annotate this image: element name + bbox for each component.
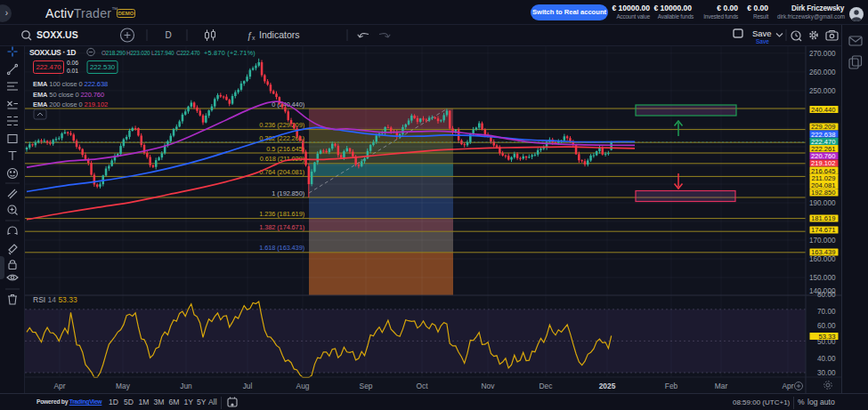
svg-text:L217.940: L217.940 (151, 50, 174, 56)
svg-text:Save: Save (756, 38, 769, 44)
svg-text:+5.870 (+2.71%): +5.870 (+2.71%) (204, 49, 256, 57)
svg-text:H223.020: H223.020 (126, 50, 150, 56)
svg-text:D: D (165, 30, 171, 40)
svg-text:222.530: 222.530 (90, 63, 116, 71)
svg-text:Feb: Feb (665, 382, 678, 390)
svg-text:1.236 (181.619): 1.236 (181.619) (259, 210, 304, 218)
svg-text:EMA 200 close 0 219.102: EMA 200 close 0 219.102 (33, 100, 108, 109)
svg-text:Oct: Oct (416, 382, 428, 390)
svg-text:53.33: 53.33 (818, 333, 835, 341)
svg-text:270.000: 270.000 (809, 50, 836, 58)
svg-text:Dec: Dec (539, 382, 553, 390)
svg-text:70.00: 70.00 (817, 308, 836, 316)
svg-text:Nov: Nov (482, 382, 496, 390)
svg-text:222.470: 222.470 (36, 63, 61, 71)
svg-text:174.671: 174.671 (811, 226, 835, 234)
svg-text:Apr: Apr (53, 382, 65, 390)
svg-text:EMA 50 close 0 220.760: EMA 50 close 0 220.760 (33, 91, 104, 99)
svg-text:0.5 (216.645): 0.5 (216.645) (266, 145, 304, 153)
svg-text:SOXX.US · 1D: SOXX.US · 1D (29, 48, 76, 57)
svg-text:Jun: Jun (180, 382, 192, 390)
svg-text:Indicators: Indicators (259, 29, 300, 40)
svg-text:60.00: 60.00 (817, 322, 836, 330)
svg-text:181.619: 181.619 (811, 214, 835, 222)
svg-text:0.06: 0.06 (67, 60, 78, 66)
svg-text:Apr: Apr (782, 382, 793, 390)
svg-text:0.01: 0.01 (67, 68, 78, 74)
svg-text:Save: Save (752, 28, 772, 38)
svg-text:SOXX.US: SOXX.US (37, 29, 78, 40)
svg-text:EMA 100 close 0 222.638: EMA 100 close 0 222.638 (33, 80, 108, 88)
svg-text:250.000: 250.000 (809, 87, 836, 95)
svg-text:192.850: 192.850 (811, 189, 835, 197)
svg-text:2025: 2025 (599, 382, 616, 390)
svg-text:Aug: Aug (296, 382, 310, 390)
svg-text:Jul: Jul (243, 382, 253, 390)
svg-text:30.00: 30.00 (817, 369, 836, 377)
svg-text:170.000: 170.000 (809, 237, 836, 245)
svg-text:O218.290: O218.290 (101, 50, 126, 56)
svg-text:1 (192.850): 1 (192.850) (272, 189, 304, 197)
svg-text:1.618 (163.439): 1.618 (163.439) (259, 244, 304, 252)
svg-text:163.439: 163.439 (811, 248, 835, 256)
svg-text:190.000: 190.000 (809, 199, 836, 207)
svg-text:1.382 (174.671): 1.382 (174.671) (259, 223, 304, 231)
svg-text:40.00: 40.00 (817, 355, 836, 363)
svg-text:Sep: Sep (360, 382, 373, 390)
svg-text:May: May (116, 382, 131, 390)
svg-text:0.236 (229.209): 0.236 (229.209) (259, 121, 304, 129)
svg-text:C222.470: C222.470 (176, 50, 200, 56)
svg-text:Mar: Mar (715, 382, 728, 390)
svg-text:240.440: 240.440 (811, 106, 835, 114)
svg-text:RSI 14 53.33: RSI 14 53.33 (33, 295, 77, 304)
svg-text:160.000: 160.000 (809, 255, 836, 263)
svg-text:260.000: 260.000 (809, 68, 836, 76)
svg-text:150.000: 150.000 (809, 274, 836, 282)
svg-text:x: x (252, 35, 256, 41)
svg-text:80.00: 80.00 (817, 291, 836, 299)
